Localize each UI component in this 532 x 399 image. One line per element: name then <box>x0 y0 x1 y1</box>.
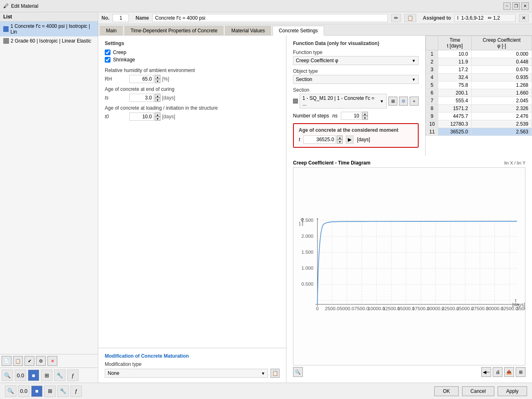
data-table: Timet [days] Creep Coefficientφ [-] 1 10… <box>426 36 532 136</box>
bottom-btn-1[interactable]: 🔍 <box>2 370 13 381</box>
object-type-select[interactable]: Section ▼ <box>293 75 419 84</box>
svg-marker-46 <box>317 218 318 219</box>
data-table-section: Timet [days] Creep Coefficientφ [-] 1 10… <box>426 36 532 156</box>
t-spinbox: ▲ ▼ <box>303 135 343 144</box>
ns-up-btn[interactable]: ▲ <box>362 112 368 116</box>
section-table-button[interactable]: ⊞ <box>388 97 397 106</box>
chart-nav-left[interactable]: ◀─ <box>481 367 491 377</box>
table-header-time: Timet [days] <box>438 36 471 50</box>
cancel-button[interactable]: Cancel <box>462 386 494 396</box>
section-props-button[interactable]: ⚙ <box>399 97 408 106</box>
row-num: 5 <box>426 81 438 89</box>
chart-print-button[interactable]: 🖨 <box>493 367 503 377</box>
tab-time-dependent[interactable]: Time-Dependent Properties of Concrete <box>124 26 223 35</box>
sidebar-item-1[interactable]: 1 Concrete f'c = 4000 psi | Isotropic | … <box>0 22 98 36</box>
function-type-arrow: ▼ <box>412 59 416 63</box>
bottom-btn-3[interactable]: ■ <box>28 370 39 381</box>
table-header-creep: Creep Coefficientφ [-] <box>471 36 532 50</box>
section-arrow: ▼ <box>380 99 384 104</box>
bottom-btn-6[interactable]: ƒ <box>67 370 79 381</box>
check-button[interactable]: ✔ <box>25 356 34 366</box>
mod-edit-button[interactable]: 📋 <box>271 369 280 378</box>
age-curing-down-btn[interactable]: ▼ <box>155 98 160 102</box>
bottom-btn-5[interactable]: 🔧 <box>54 370 65 381</box>
creep-checkbox[interactable] <box>105 50 110 55</box>
svg-text:0: 0 <box>316 306 319 311</box>
age-moment-box: Age of concrete at the considered moment… <box>293 123 419 148</box>
t-up-btn[interactable]: ▲ <box>337 135 343 140</box>
duplicate-button[interactable]: 📋 <box>13 356 23 366</box>
assigned-clear-button[interactable]: ✕ <box>519 14 529 22</box>
creep-unit: φ [-] <box>497 43 506 49</box>
zoom-button[interactable]: 🔍 <box>293 367 303 377</box>
function-data-title: Function Data (only for visualization) <box>293 41 419 46</box>
age-loading-input[interactable] <box>129 113 154 121</box>
section-select[interactable]: 1 - SQ_M1 20 | 1 - Concrete f'c = ... ▼ <box>300 94 387 108</box>
rh-up-btn[interactable]: ▲ <box>155 75 160 79</box>
age-loading-down-btn[interactable]: ▼ <box>155 117 160 121</box>
name-input[interactable] <box>152 14 388 22</box>
row-creep: 2.539 <box>471 120 532 128</box>
name-label: Name <box>135 15 149 21</box>
table-row: 1 10.0 0.000 <box>426 50 532 58</box>
age-curing-input[interactable] <box>129 94 154 102</box>
rh-input[interactable] <box>129 75 154 83</box>
ns-down-btn[interactable]: ▼ <box>362 116 368 120</box>
name-edit-button[interactable]: ✏ <box>391 14 401 22</box>
sidebar-item-2[interactable]: 2 Grade 60 | Isotropic | Linear Elastic <box>0 36 98 45</box>
bottom-btn-2[interactable]: 0.0 <box>15 370 26 381</box>
settings-button[interactable]: ⚙ <box>36 356 46 366</box>
creep-row: Creep <box>105 50 280 55</box>
row-num: 1 <box>426 50 438 58</box>
section-add-button[interactable]: + <box>410 97 419 106</box>
delete-button[interactable]: ✕ <box>47 356 57 366</box>
rh-down-btn[interactable]: ▼ <box>155 79 160 83</box>
ns-label: ns <box>332 113 338 119</box>
row-creep: 1.268 <box>471 81 532 89</box>
bottom-icon-3[interactable]: ■ <box>31 385 43 397</box>
material-icon-2 <box>3 38 9 44</box>
restore-button[interactable]: ❐ <box>512 2 520 10</box>
bottom-icon-2[interactable]: 0.0 <box>18 385 29 397</box>
right-panel: Function Data (only for visualization) F… <box>286 36 532 383</box>
table-row: 11 36525.0 2.563 <box>426 128 532 136</box>
row-num: 8 <box>426 105 438 113</box>
apply-button[interactable]: Apply <box>498 386 527 396</box>
age-loading-up-btn[interactable]: ▲ <box>155 113 160 117</box>
age-loading-spinbox: ▲ ▼ <box>129 113 160 121</box>
function-type-value: Creep Coefficient φ <box>296 58 338 63</box>
mod-type-arrow: ▼ <box>261 371 265 376</box>
sidebar-items: 1 Concrete f'c = 4000 psi | Isotropic | … <box>0 22 98 354</box>
bottom-toolbar: 🔍 0.0 ■ ⊞ 🔧 ƒ <box>0 367 98 383</box>
ns-input[interactable] <box>341 112 361 120</box>
ok-button[interactable]: OK <box>434 386 458 396</box>
table-row: 4 32.4 0.935 <box>426 74 532 81</box>
tab-concrete-settings[interactable]: Concrete Settings <box>273 26 324 36</box>
t-down-btn[interactable]: ▼ <box>337 140 343 144</box>
minimize-button[interactable]: − <box>503 2 511 10</box>
section-row: Section 1 - SQ_M1 20 | 1 - Concrete f'c … <box>293 87 419 108</box>
function-type-select[interactable]: Creep Coefficient φ ▼ <box>293 56 419 65</box>
bottom-icon-5[interactable]: 🔧 <box>57 385 69 397</box>
settings-section: Settings Creep Shrinkage Relative humidi… <box>98 36 286 129</box>
mod-type-value: None <box>108 370 119 376</box>
bottom-btn-4[interactable]: ⊞ <box>41 370 52 381</box>
row-time: 11.9 <box>438 58 471 66</box>
bottom-icon-1[interactable]: 🔍 <box>5 385 16 397</box>
close-button[interactable]: ✕ <box>521 2 529 10</box>
new-material-button[interactable]: 📄 <box>2 356 11 366</box>
bottom-icon-4[interactable]: ⊞ <box>44 385 56 397</box>
name-browse-button[interactable]: 📋 <box>404 14 416 22</box>
age-curing-up-btn[interactable]: ▲ <box>155 94 160 98</box>
shrinkage-checkbox[interactable] <box>105 57 110 63</box>
chart-table-button[interactable]: ⊞ <box>516 367 525 377</box>
bottom-icon-6[interactable]: ƒ <box>70 385 82 397</box>
mod-type-select[interactable]: None ▼ <box>105 369 268 378</box>
t-go-button[interactable]: ▶ <box>346 135 354 144</box>
rh-label: RH <box>105 76 129 82</box>
t-input[interactable] <box>303 135 336 144</box>
tab-main[interactable]: Main <box>100 26 123 35</box>
sidebar-item-label-2: 2 Grade 60 | Isotropic | Linear Elastic <box>11 38 91 44</box>
tab-material-values[interactable]: Material Values <box>225 26 271 35</box>
chart-export-button[interactable]: 📤 <box>504 367 514 377</box>
